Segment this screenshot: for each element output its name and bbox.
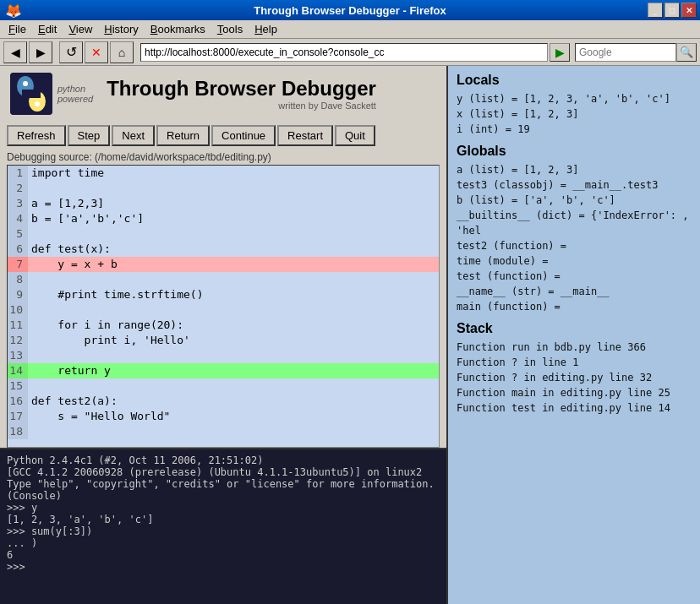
quit-button[interactable]: Quit [335, 125, 375, 146]
console-line: 6 [7, 549, 440, 561]
table-row: 11 for i in range(20): [8, 318, 439, 333]
menu-edit[interactable]: Edit [33, 21, 62, 37]
address-bar[interactable] [140, 43, 548, 62]
close-button[interactable]: ✕ [681, 3, 697, 18]
console-area[interactable]: Python 2.4.4c1 (#2, Oct 11 2006, 21:51:0… [0, 448, 446, 604]
right-panel: Localsy (list) = [1, 2, 3, 'a', 'b', 'c'… [446, 66, 700, 604]
list-item: time (module) = [457, 253, 692, 269]
debug-source: Debugging source: (/home/david/workspace… [0, 150, 446, 165]
line-content: def test(x): [28, 242, 439, 257]
table-row: 12 print i, 'Hello' [8, 333, 439, 348]
line-number: 1 [8, 166, 28, 181]
list-item: Function ? in line 1 [457, 355, 692, 370]
window-title: Through Browser Debugger - Firefox [254, 4, 446, 17]
list-item: y (list) = [1, 2, 3, 'a', 'b', 'c'] [457, 91, 692, 106]
address-input[interactable] [145, 46, 544, 58]
line-content: a = [1,2,3] [28, 196, 439, 211]
console-line: ... ) [7, 537, 440, 549]
line-content: def test2(a): [28, 394, 439, 409]
refresh-button[interactable]: Refresh [7, 125, 66, 146]
menu-file[interactable]: File [3, 21, 31, 37]
list-item: Function test in editing.py line 14 [457, 400, 692, 416]
menu-help[interactable]: Help [249, 21, 282, 37]
line-number: 14 [8, 363, 28, 378]
list-item: test2 (function) = [457, 238, 692, 253]
line-number: 3 [8, 196, 28, 211]
table-row: 1import time [8, 166, 439, 181]
firefox-icon: 🦊 [5, 3, 22, 19]
table-row: 7 y = x + b [8, 257, 439, 272]
next-button[interactable]: Next [112, 125, 155, 146]
line-content [28, 302, 439, 318]
list-item: Function ? in editing.py line 32 [457, 370, 692, 385]
console-line: [GCC 4.1.2 20060928 (prerelease) (Ubuntu… [7, 466, 440, 478]
line-number: 6 [8, 242, 28, 257]
list-item: Function run in bdb.py line 366 [457, 340, 692, 355]
continue-button[interactable]: Continue [211, 125, 276, 146]
svg-point-4 [23, 81, 28, 86]
back-button[interactable]: ◀ [3, 41, 27, 63]
line-number: 17 [8, 409, 28, 424]
table-row: 8 [8, 272, 439, 287]
line-content [28, 272, 439, 287]
console-line: (Console) [7, 490, 440, 502]
restart-button[interactable]: Restart [277, 125, 333, 146]
minimize-button[interactable]: _ [648, 3, 663, 18]
list-item: test (function) = [457, 269, 692, 284]
python-logo: python powered [10, 73, 93, 115]
line-content: return y [28, 363, 439, 378]
forward-button[interactable]: ▶ [29, 41, 52, 63]
go-button[interactable]: ▶ [550, 43, 570, 62]
line-number: 4 [8, 211, 28, 226]
python-logo-image [10, 73, 52, 115]
line-number: 8 [8, 272, 28, 287]
table-row: 10 [8, 302, 439, 318]
debug-buttons: Refresh Step Next Return Continue Restar… [0, 122, 446, 150]
line-content [28, 424, 439, 439]
line-number: 11 [8, 318, 28, 333]
table-row: 2 [8, 181, 439, 196]
console-line: >>> y [7, 502, 440, 514]
svg-rect-3 [22, 90, 41, 98]
left-panel: python powered Through Browser Debugger … [0, 66, 446, 604]
search-input[interactable] [575, 43, 676, 62]
list-item: b (list) = ['a', 'b', 'c'] [457, 193, 692, 208]
list-item: Function main in editing.py line 25 [457, 385, 692, 400]
table-row: 16def test2(a): [8, 394, 439, 409]
menu-tools[interactable]: Tools [212, 21, 248, 37]
stop-button[interactable]: ✕ [85, 41, 108, 63]
return-button[interactable]: Return [156, 125, 210, 146]
list-item: __name__ (str) = __main__ [457, 284, 692, 299]
menu-history[interactable]: History [99, 21, 143, 37]
table-row: 17 s = "Hello World" [8, 409, 439, 424]
table-row: 3a = [1,2,3] [8, 196, 439, 211]
window-controls[interactable]: _ □ ✕ [648, 3, 697, 18]
menu-view[interactable]: View [63, 21, 97, 37]
line-content: import time [28, 166, 439, 181]
search-button[interactable]: 🔍 [676, 43, 697, 62]
line-number: 12 [8, 333, 28, 348]
list-item: __builtins__ (dict) = {'IndexError': , '… [457, 208, 692, 238]
app-title: Through Browser Debugger [107, 77, 376, 101]
globals-title: Globals [457, 144, 692, 159]
line-number: 7 [8, 257, 28, 272]
search-area: 🔍 [575, 43, 697, 62]
locals-title: Locals [457, 73, 692, 88]
code-editor[interactable]: 1import time23a = [1,2,3]4b = ['a','b','… [7, 165, 440, 448]
home-button[interactable]: ⌂ [110, 41, 134, 63]
table-row: 15 [8, 378, 439, 394]
stack-title: Stack [457, 321, 692, 336]
console-line: Type "help", "copyright", "credits" or "… [7, 478, 440, 490]
step-button[interactable]: Step [68, 125, 111, 146]
line-number: 9 [8, 287, 28, 302]
reload-button[interactable]: ↺ [59, 41, 83, 63]
line-content: #print time.strftime() [28, 287, 439, 302]
list-item: i (int) = 19 [457, 122, 692, 137]
menu-bookmarks[interactable]: Bookmarks [145, 21, 211, 37]
app-subtitle: written by Dave Sackett [107, 101, 376, 111]
table-row: 4b = ['a','b','c'] [8, 211, 439, 226]
line-content [28, 226, 439, 242]
maximize-button[interactable]: □ [664, 3, 680, 18]
line-number: 15 [8, 378, 28, 394]
line-content: s = "Hello World" [28, 409, 439, 424]
